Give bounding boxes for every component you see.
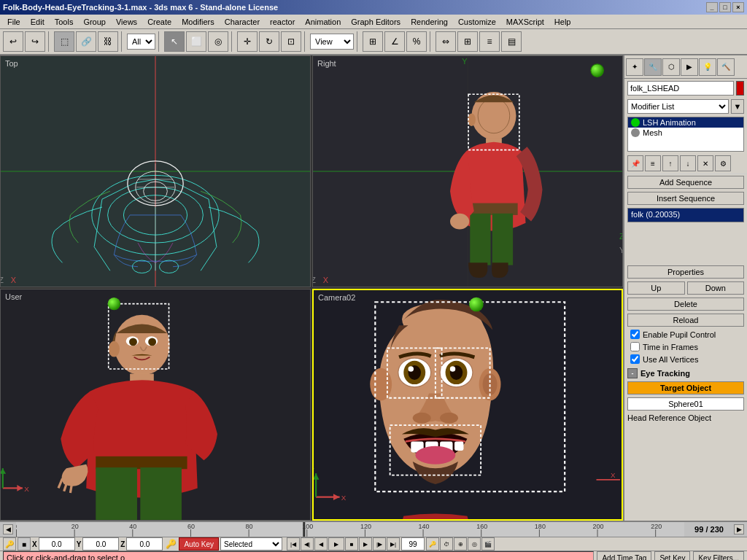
hide-btn[interactable]: ↓ [680,155,696,171]
move-btn[interactable]: ✛ [237,31,258,52]
x-coord-input[interactable] [39,537,75,551]
show-all-btn[interactable]: ↑ [662,155,678,171]
modifier-arrow-btn[interactable]: ▼ [731,99,744,114]
region-select-btn[interactable]: ⬜ [186,31,206,52]
modify-panel-btn[interactable]: 🔧 [644,58,662,76]
go-end-btn[interactable]: ▶| [387,537,400,551]
select-pointer-btn[interactable]: ↖ [164,31,185,52]
add-time-tag-btn[interactable]: Add Time Tag [597,551,651,560]
timeline-right-arrow[interactable]: ▶ [734,524,744,534]
key-lock-icon[interactable]: 🔑 [3,537,16,551]
pin-stack-btn[interactable]: 📌 [627,155,643,171]
menu-reactor[interactable]: reactor [266,17,299,27]
select-filter[interactable]: All [127,34,155,50]
isolate-btn[interactable]: ◎ [468,537,481,551]
sequence-list-item[interactable]: folk (0.20035) [627,208,744,222]
use-all-vertices-checkbox[interactable] [630,354,640,364]
configure-btn[interactable]: ⚙ [715,155,731,171]
menu-views[interactable]: Views [112,17,142,27]
next-frame-btn[interactable]: ▶ [359,537,372,551]
prev-key-btn[interactable]: ◀| [301,537,314,551]
delete-btn[interactable]: Delete [627,298,744,311]
menu-animation[interactable]: Animation [301,17,345,27]
utils-panel-btn[interactable]: 🔨 [717,58,735,76]
up-btn[interactable]: Up [627,281,685,295]
motion-panel-btn[interactable]: ▶ [681,58,698,76]
stop-btn[interactable]: ■ [345,537,358,551]
viewport-camera[interactable]: Camera02 [312,289,623,521]
render-btn[interactable]: 🎬 [481,537,495,551]
hierarchy-panel-btn[interactable]: ⬡ [662,58,680,76]
timeline-left-arrow[interactable]: ◀ [3,524,13,534]
object-color-swatch[interactable] [736,81,744,96]
display-panel-btn[interactable]: 💡 [699,58,716,76]
auto-key-btn[interactable]: Auto Key [179,537,219,551]
percent-snap-btn[interactable]: % [406,31,427,52]
params-btn[interactable]: ≡ [645,155,661,171]
viewport-right[interactable]: Right [312,55,623,287]
close-btn[interactable]: × [732,2,744,12]
align-btn[interactable]: ≡ [479,31,500,52]
link-btn[interactable]: 🔗 [76,31,96,52]
rotate-btn[interactable]: ↻ [259,31,279,52]
minimize-btn[interactable]: _ [706,2,718,12]
object-name-input[interactable] [627,81,734,96]
remove-mod-btn[interactable]: ✕ [697,155,713,171]
target-object-field[interactable]: Target Object [627,381,744,394]
toggle-limits-btn[interactable]: ⊕ [454,537,467,551]
menu-create[interactable]: Create [143,17,176,27]
modifier-lsh[interactable]: LSH Animation [628,117,743,128]
maximize-btn[interactable]: □ [719,2,731,12]
create-panel-btn[interactable]: ✦ [626,58,643,76]
key-filters-btn[interactable]: Key Filters... [693,551,744,560]
menu-modifiers[interactable]: Modifiers [177,17,219,27]
menu-help[interactable]: Help [550,17,576,27]
menu-rendering[interactable]: Rendering [406,17,452,27]
modifier-list-select[interactable]: Modifier List [627,99,729,114]
current-frame-input[interactable] [401,537,425,551]
enable-pupil-checkbox[interactable] [630,330,640,339]
viewport-top[interactable]: Top [0,55,311,287]
scale-btn[interactable]: ⊡ [281,31,301,52]
time-config-btn[interactable]: ⏱ [440,537,453,551]
timeline-ruler[interactable] [16,522,684,537]
mirror-btn[interactable]: ⇔ [436,31,456,52]
viewport-user[interactable]: User [0,289,311,521]
redo-btn[interactable]: ↪ [25,31,45,52]
eye-tracking-collapse-btn[interactable]: - [627,368,638,378]
insert-sequence-btn[interactable]: Insert Sequence [627,192,744,205]
lasso-select-btn[interactable]: ◎ [208,31,228,52]
next-key-btn[interactable]: |▶ [373,537,386,551]
snap-btn[interactable]: ⊞ [363,31,383,52]
z-coord-input[interactable] [126,537,163,551]
bind-btn[interactable]: ⛓ [98,31,118,52]
undo-btn[interactable]: ↩ [3,31,23,52]
menu-maxscript[interactable]: MAXScript [502,17,549,27]
down-btn[interactable]: Down [687,281,745,295]
menu-edit[interactable]: Edit [26,17,49,27]
key-mode-btn[interactable]: 🔑 [426,537,439,551]
x-lock-icon[interactable]: ■ [18,537,31,551]
menu-graph-editors[interactable]: Graph Editors [347,17,405,27]
select-btn[interactable]: ⬚ [54,31,74,52]
reload-btn[interactable]: Reload [627,314,744,327]
play-btn[interactable]: ▶ [328,537,344,551]
title-bar-buttons[interactable]: _ □ × [706,2,744,12]
sphere01-field[interactable]: Sphere01 [627,397,744,411]
array-btn[interactable]: ⊞ [457,31,478,52]
menu-tools[interactable]: Tools [50,17,78,27]
menu-character[interactable]: Character [220,17,264,27]
angle-snap-btn[interactable]: ∠ [384,31,405,52]
time-frames-checkbox[interactable] [630,342,640,351]
key-mode-select[interactable]: Selected [220,537,282,551]
layer-btn[interactable]: ▤ [501,31,522,52]
menu-group[interactable]: Group [79,17,110,27]
y-coord-input[interactable] [82,537,119,551]
menu-customize[interactable]: Customize [454,17,500,27]
modifier-mesh[interactable]: Mesh [628,128,743,138]
add-sequence-btn[interactable]: Add Sequence [627,176,744,189]
set-key-btn[interactable]: Set Key [654,551,690,560]
view-mode-select[interactable]: View [310,34,354,50]
go-start-btn[interactable]: |◀ [287,537,300,551]
menu-file[interactable]: File [3,17,25,27]
